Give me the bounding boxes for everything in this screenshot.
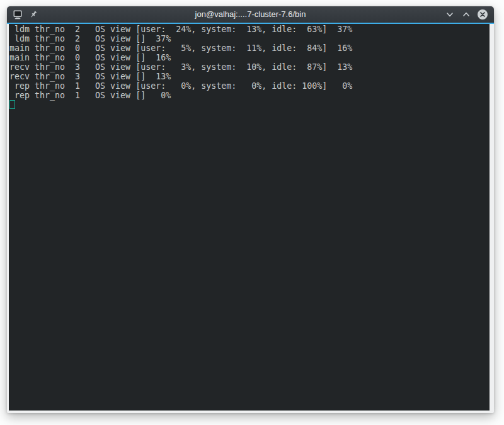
thread-ldm-bar-row: ldm thr_no 2 OS view [] 37% xyxy=(9,34,490,43)
thread-main-stats-row: main thr_no 0 OS view [user: 5%, system:… xyxy=(9,43,490,53)
thread-ldm-stats-row: ldm thr_no 2 OS view [user: 24%, system:… xyxy=(9,25,490,34)
bar-row-prefix: ldm thr_no 2 OS view [ xyxy=(9,34,140,43)
close-x-circle-icon xyxy=(477,9,488,20)
bar-row-suffix: ] 16% xyxy=(140,53,171,62)
chevron-up-icon xyxy=(462,10,471,19)
minimize-button[interactable] xyxy=(444,9,455,20)
terminal-icon xyxy=(13,9,23,20)
thread-main-bar-row: main thr_no 0 OS view [] 16% xyxy=(9,53,490,62)
bar-row-prefix: rep thr_no 1 OS view [ xyxy=(9,91,140,100)
desktop: jon@valhaj:....7-cluster-7.6/bin xyxy=(0,0,504,425)
terminal-screen[interactable]: ldm thr_no 2 OS view [user: 24%, system:… xyxy=(9,24,490,411)
bar-row-suffix: ] 13% xyxy=(140,72,171,81)
pin-icon[interactable] xyxy=(28,9,38,20)
thread-recv-bar-row: recv thr_no 3 OS view [] 13% xyxy=(9,72,490,81)
chevron-down-icon xyxy=(445,10,454,19)
maximize-button[interactable] xyxy=(461,9,472,20)
terminal-cursor xyxy=(9,100,15,109)
scrollbar-track[interactable] xyxy=(490,24,494,411)
window-title: jon@valhaj:....7-cluster-7.6/bin xyxy=(7,6,494,23)
thread-stats-text: recv thr_no 3 OS view [user: 3%, system:… xyxy=(9,62,352,72)
titlebar-left-icons xyxy=(13,9,38,20)
thread-stats-text: ldm thr_no 2 OS view [user: 24%, system:… xyxy=(9,25,352,34)
bar-row-suffix: ] 0% xyxy=(140,91,171,100)
thread-rep-stats-row: rep thr_no 1 OS view [user: 0%, system: … xyxy=(9,81,490,91)
thread-recv-stats-row: recv thr_no 3 OS view [user: 3%, system:… xyxy=(9,62,490,72)
terminal-window: jon@valhaj:....7-cluster-7.6/bin xyxy=(7,6,494,413)
window-controls xyxy=(444,9,488,20)
bar-row-suffix: ] 37% xyxy=(140,34,171,43)
thread-stats-text: rep thr_no 1 OS view [user: 0%, system: … xyxy=(9,81,352,91)
bar-row-prefix: recv thr_no 3 OS view [ xyxy=(9,72,140,81)
cursor-row xyxy=(9,100,490,110)
bar-row-prefix: main thr_no 0 OS view [ xyxy=(9,53,140,62)
window-body: ldm thr_no 2 OS view [user: 24%, system:… xyxy=(7,24,494,413)
close-button[interactable] xyxy=(477,9,488,20)
titlebar[interactable]: jon@valhaj:....7-cluster-7.6/bin xyxy=(7,6,494,23)
thread-rep-bar-row: rep thr_no 1 OS view [] 0% xyxy=(9,91,490,100)
thread-stats-text: main thr_no 0 OS view [user: 5%, system:… xyxy=(9,43,352,53)
